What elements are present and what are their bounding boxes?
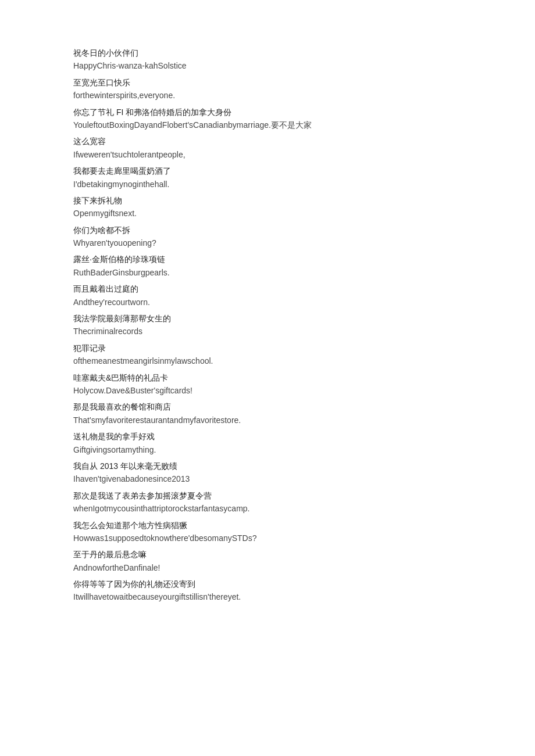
content-block-13: 送礼物是我的拿手好戏Giftgivingsortamything.	[73, 430, 462, 456]
chinese-line-17: 至于丹的最后悬念嘛	[73, 548, 462, 561]
content-block-2: 你忘了节礼 FI 和弗洛伯特婚后的加拿大身份YouleftoutBoxingDa…	[73, 106, 462, 132]
content-block-5: 接下来拆礼物Openmygiftsnext.	[73, 194, 462, 220]
english-line-2: YouleftoutBoxingDayandFlobert'sCanadianb…	[73, 119, 462, 131]
chinese-line-16: 我怎么会知道那个地方性病猖獗	[73, 519, 462, 532]
chinese-line-8: 而且戴着出过庭的	[73, 282, 462, 295]
content-block-12: 那是我最喜欢的餐馆和商店That'smyfavoriterestaurantan…	[73, 400, 462, 427]
chinese-line-1: 至宽光至口快乐	[73, 76, 462, 89]
chinese-line-15: 那次是我送了表弟去参加摇滚梦夏令营	[73, 489, 462, 502]
content-block-1: 至宽光至口快乐forthewinterspirits,everyone.	[73, 76, 462, 102]
chinese-line-14: 我自从 2013 年以来毫无败绩	[73, 460, 462, 472]
english-line-3: Ifweweren'tsuchtolerantpeople,	[73, 148, 462, 161]
content-block-6: 你们为啥都不拆Whyaren'tyouopening?	[73, 224, 462, 250]
chinese-line-9: 我法学院最刻薄那帮女生的	[73, 312, 462, 325]
english-line-17: AndnowfortheDanfinale!	[73, 561, 462, 574]
content-block-15: 那次是我送了表弟去参加摇滚梦夏令营whenIgotmycousinthattri…	[73, 489, 462, 515]
english-line-12: That'smyfavoriterestaurantandmyfavorites…	[73, 414, 462, 427]
english-line-4: I'dbetakingmynoginthehall.	[73, 178, 462, 191]
english-line-9: Thecriminalrecords	[73, 325, 462, 338]
english-line-5: Openmygiftsnext.	[73, 207, 462, 220]
english-line-10: ofthemeanestmeangirlsinmylawschool.	[73, 354, 462, 367]
english-line-18: Itwillhavetowaitbecauseyourgiftstillisn'…	[73, 590, 462, 603]
main-content: 祝冬日的小伙伴们HappyChris-wanza-kahSolstice至宽光至…	[73, 46, 462, 604]
content-block-17: 至于丹的最后悬念嘛AndnowfortheDanfinale!	[73, 548, 462, 574]
content-block-0: 祝冬日的小伙伴们HappyChris-wanza-kahSolstice	[73, 46, 462, 73]
chinese-line-6: 你们为啥都不拆	[73, 224, 462, 237]
english-line-14: Ihaven'tgivenabadonesince2013	[73, 472, 462, 485]
english-line-8: Andthey'recourtworn.	[73, 296, 462, 309]
content-block-10: 犯罪记录ofthemeanestmeangirlsinmylawschool.	[73, 342, 462, 368]
content-block-3: 这么宽容Ifweweren'tsuchtolerantpeople,	[73, 135, 462, 161]
chinese-line-18: 你得等等了因为你的礼物还没寄到	[73, 578, 462, 590]
chinese-line-11: 哇塞戴夫&巴斯特的礼品卡	[73, 371, 462, 384]
english-line-11: Holycow.Dave&Buster'sgiftcards!	[73, 384, 462, 397]
content-block-14: 我自从 2013 年以来毫无败绩Ihaven'tgivenabadonesinc…	[73, 460, 462, 486]
english-line-15: whenIgotmycousinthattriptorockstarfantas…	[73, 502, 462, 515]
content-block-16: 我怎么会知道那个地方性病猖獗Howwas1supposedtoknowthere…	[73, 519, 462, 545]
chinese-line-0: 祝冬日的小伙伴们	[73, 46, 462, 59]
chinese-line-12: 那是我最喜欢的餐馆和商店	[73, 400, 462, 413]
content-block-4: 我都要去走廊里喝蛋奶酒了I'dbetakingmynoginthehall.	[73, 164, 462, 191]
chinese-line-2: 你忘了节礼 FI 和弗洛伯特婚后的加拿大身份	[73, 106, 462, 119]
content-block-7: 露丝·金斯伯格的珍珠项链RuthBaderGinsburgpearls.	[73, 253, 462, 279]
english-line-6: Whyaren'tyouopening?	[73, 237, 462, 249]
english-line-16: Howwas1supposedtoknowthere'dbesomanySTDs…	[73, 532, 462, 544]
english-line-7: RuthBaderGinsburgpearls.	[73, 266, 462, 279]
english-line-1: forthewinterspirits,everyone.	[73, 89, 462, 102]
chinese-line-7: 露丝·金斯伯格的珍珠项链	[73, 253, 462, 266]
chinese-line-3: 这么宽容	[73, 135, 462, 148]
chinese-line-5: 接下来拆礼物	[73, 194, 462, 207]
english-line-13: Giftgivingsortamything.	[73, 443, 462, 456]
chinese-line-13: 送礼物是我的拿手好戏	[73, 430, 462, 443]
chinese-line-10: 犯罪记录	[73, 342, 462, 354]
content-block-11: 哇塞戴夫&巴斯特的礼品卡Holycow.Dave&Buster'sgiftcar…	[73, 371, 462, 397]
content-block-9: 我法学院最刻薄那帮女生的Thecriminalrecords	[73, 312, 462, 338]
content-block-8: 而且戴着出过庭的Andthey'recourtworn.	[73, 282, 462, 309]
content-block-18: 你得等等了因为你的礼物还没寄到Itwillhavetowaitbecauseyo…	[73, 578, 462, 604]
chinese-line-4: 我都要去走廊里喝蛋奶酒了	[73, 164, 462, 177]
english-line-0: HappyChris-wanza-kahSolstice	[73, 59, 462, 72]
